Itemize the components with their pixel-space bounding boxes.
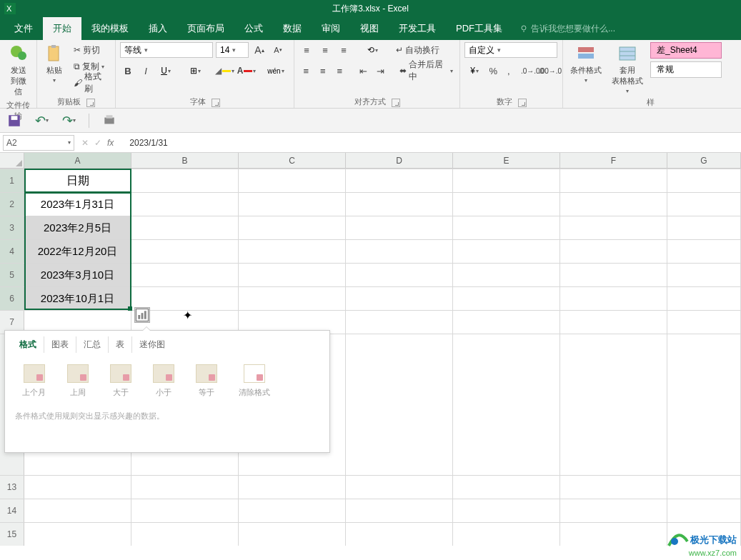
popup-item-clear[interactable]: 清除格式 [239, 364, 270, 398]
cell-style-normal[interactable]: 常规 [650, 61, 722, 78]
font-name-select[interactable]: 等线▾ [120, 42, 213, 58]
brush-icon: 🖌 [74, 78, 82, 88]
popup-tab-totals[interactable]: 汇总 [76, 336, 109, 353]
tab-file[interactable]: 文件 [4, 17, 43, 40]
row-header-4[interactable]: 4 [0, 240, 24, 263]
percent-button[interactable]: % [487, 63, 500, 79]
save-button[interactable] [7, 114, 21, 128]
cancel-icon[interactable]: ✕ [81, 138, 89, 148]
increase-font-button[interactable]: A▴ [252, 42, 267, 58]
dialog-launcher-clipboard[interactable] [86, 99, 95, 107]
col-header-A[interactable]: A [24, 153, 131, 168]
align-left-button[interactable]: ≡ [299, 63, 314, 79]
row-header-2[interactable]: 2 [0, 193, 24, 216]
align-center-button[interactable]: ≡ [316, 63, 331, 79]
cell-A5[interactable]: 2023年3月10日 [24, 264, 131, 286]
col-header-F[interactable]: F [560, 153, 667, 168]
comma-button[interactable]: , [502, 63, 516, 79]
popup-item-less[interactable]: 小于 [153, 364, 174, 398]
cell-style-bad[interactable]: 差_Sheet4 [650, 42, 722, 59]
align-middle-button[interactable]: ≡ [317, 42, 333, 58]
cell-A6[interactable]: 2023年10月1日 [24, 287, 131, 310]
popup-item-equal[interactable]: 等于 [196, 364, 217, 398]
popup-item-lastweek[interactable]: 上周 [67, 364, 89, 398]
align-right-button[interactable]: ≡ [332, 63, 347, 79]
row-header-3[interactable]: 3 [0, 216, 24, 239]
col-header-C[interactable]: C [239, 153, 346, 168]
decrease-indent-button[interactable]: ⇤ [357, 63, 372, 79]
popup-tab-format[interactable]: 格式 [12, 336, 44, 353]
increase-indent-button[interactable]: ⇥ [373, 63, 388, 79]
tab-review[interactable]: 审阅 [312, 17, 350, 40]
col-header-B[interactable]: B [131, 153, 239, 168]
cell-A2[interactable]: 2023年1月31日 [24, 193, 131, 216]
italic-button[interactable]: I [138, 63, 154, 79]
phonetic-button[interactable]: wén▾ [266, 63, 286, 79]
tab-data[interactable]: 数据 [273, 17, 312, 40]
quick-analysis-button[interactable] [134, 307, 150, 323]
popup-tab-chart[interactable]: 图表 [44, 336, 76, 353]
popup-item-lastmonth[interactable]: 上个月 [22, 364, 46, 398]
cell-A4[interactable]: 2022年12月20日 [24, 240, 131, 263]
dialog-launcher-number[interactable] [518, 99, 527, 107]
conditional-format-button[interactable]: 条件格式▾ [567, 42, 605, 85]
wrap-text-button[interactable]: ↵自动换行 [394, 42, 442, 58]
fx-icon[interactable]: fx [107, 138, 118, 148]
font-size-select[interactable]: 14▾ [216, 42, 249, 58]
tab-insert[interactable]: 插入 [139, 17, 177, 40]
tab-view[interactable]: 视图 [350, 17, 389, 40]
table-format-button[interactable]: 套用 表格格式▾ [609, 42, 646, 96]
select-all-corner[interactable] [0, 153, 24, 168]
fill-color-button[interactable]: ◢▾ [214, 63, 234, 79]
send-wechat-button[interactable]: 发送 到微信 [4, 42, 32, 99]
dialog-launcher-font[interactable] [212, 99, 220, 107]
tab-layout[interactable]: 页面布局 [177, 17, 234, 40]
number-format-select[interactable]: 自定义▾ [464, 42, 557, 58]
border-button[interactable]: ⊞▾ [185, 63, 205, 79]
row-header-13[interactable]: 13 [0, 476, 24, 499]
currency-button[interactable]: ¥▾ [464, 63, 484, 79]
merge-center-button[interactable]: ⬌合并后居中▾ [397, 63, 455, 79]
cell-B1[interactable] [131, 169, 239, 192]
row-header-6[interactable]: 6 [0, 287, 24, 310]
align-bottom-button[interactable]: ≡ [336, 42, 352, 58]
tell-me[interactable]: 告诉我您想要做什么... [519, 17, 615, 40]
row-header-14[interactable]: 14 [0, 499, 24, 522]
dialog-launcher-align[interactable] [392, 99, 400, 107]
tab-dev[interactable]: 开发工具 [389, 17, 446, 40]
format-painter-button[interactable]: 🖌格式刷 [71, 75, 111, 91]
align-top-button[interactable]: ≡ [299, 42, 314, 58]
redo-button[interactable]: ↷ ▾ [61, 114, 76, 128]
row-header-15[interactable]: 15 [0, 523, 24, 546]
row-header-1[interactable]: 1 [0, 169, 24, 192]
row-header-5[interactable]: 5 [0, 264, 24, 286]
col-header-D[interactable]: D [346, 153, 453, 168]
worksheet[interactable]: A B C D E F G 1日期 22023年1月31日 32023年2月5日… [0, 153, 741, 546]
decrease-decimal-button[interactable]: .00→.0 [542, 63, 558, 79]
formula-input[interactable]: 2023/1/31 [125, 138, 741, 148]
popup-tab-sparkline[interactable]: 迷你图 [132, 336, 172, 353]
cell-A3[interactable]: 2023年2月5日 [24, 216, 131, 239]
confirm-icon[interactable]: ✓ [94, 138, 101, 148]
print-preview-button[interactable] [102, 114, 116, 128]
svg-rect-7 [51, 45, 56, 48]
decrease-font-button[interactable]: A▾ [270, 42, 286, 58]
paste-button[interactable]: 粘贴 ▾ [41, 42, 67, 85]
tab-formulas[interactable]: 公式 [234, 17, 273, 40]
cell-A1[interactable]: 日期 [24, 169, 131, 192]
orientation-button[interactable]: ⟲▾ [362, 42, 382, 58]
increase-decimal-button[interactable]: .0→.00 [524, 63, 540, 79]
name-box[interactable]: A2▾ [3, 135, 74, 151]
tab-pdf[interactable]: PDF工具集 [446, 17, 512, 40]
popup-tab-table[interactable]: 表 [109, 336, 132, 353]
tab-home[interactable]: 开始 [43, 17, 81, 40]
font-color-button[interactable]: A▾ [237, 63, 257, 79]
bold-button[interactable]: B [120, 63, 136, 79]
col-header-E[interactable]: E [453, 153, 560, 168]
undo-button[interactable]: ↶ ▾ [34, 114, 49, 128]
underline-button[interactable]: U▾ [156, 63, 176, 79]
col-header-G[interactable]: G [667, 153, 741, 168]
cut-button[interactable]: ✂剪切 [71, 42, 111, 58]
popup-item-greater[interactable]: 大于 [110, 364, 131, 398]
tab-templates[interactable]: 我的模板 [81, 17, 139, 40]
